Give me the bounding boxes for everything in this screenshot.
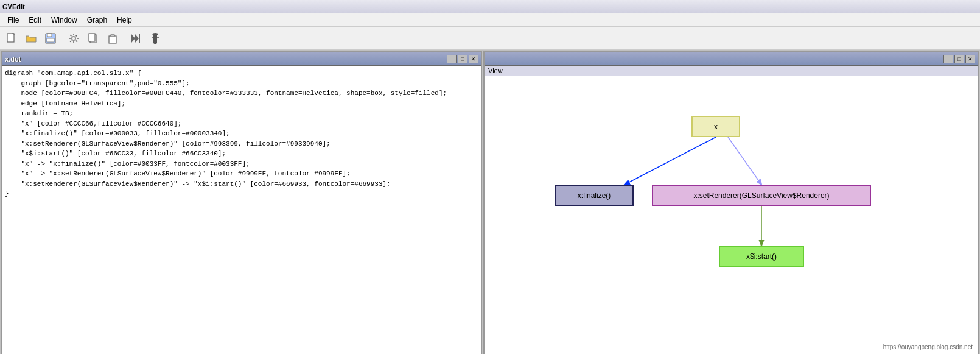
svg-rect-4 (47, 38, 54, 42)
svg-line-16 (728, 137, 761, 185)
left-panel: x.dot _ □ ✕ digraph "com.amap.api.col.sl… (1, 51, 482, 354)
settings-button[interactable] (65, 30, 83, 47)
menu-window[interactable]: Window (46, 15, 82, 26)
node-x: x (691, 116, 740, 137)
svg-rect-9 (111, 34, 114, 37)
graph-canvas: x x:finalize() x:setRenderer(GLSurfaceVi… (485, 76, 978, 354)
svg-rect-0 (7, 34, 14, 42)
svg-rect-3 (47, 34, 52, 37)
left-panel-titlebar: x.dot _ □ ✕ (2, 52, 481, 66)
watermark: https://ouyangpeng.blog.csdn.net (883, 344, 973, 350)
svg-line-15 (625, 137, 716, 185)
node-finalize: x:finalize() (555, 185, 634, 206)
r-close-button[interactable]: ✕ (965, 55, 975, 63)
save-button[interactable] (41, 30, 60, 47)
maximize-button[interactable]: □ (458, 55, 467, 63)
r-minimize-button[interactable]: _ (943, 55, 953, 63)
graph-view-label: View (485, 66, 978, 76)
menu-file[interactable]: File (2, 15, 24, 26)
r-maximize-button[interactable]: □ (954, 55, 964, 63)
svg-rect-8 (109, 36, 116, 43)
node-setrenderer: x:setRenderer(GLSurfaceView$Renderer) (652, 185, 871, 206)
left-panel-controls: _ □ ✕ (447, 55, 478, 63)
toolbar (0, 27, 980, 50)
new-button[interactable] (2, 30, 21, 47)
right-panel-titlebar: _ □ ✕ (485, 52, 978, 66)
right-panel: _ □ ✕ View (483, 51, 979, 354)
svg-point-5 (72, 37, 75, 40)
app-titlebar: GVEdit (0, 0, 980, 13)
node-finalize-label: x:finalize() (578, 191, 611, 200)
menu-edit[interactable]: Edit (24, 15, 46, 26)
app-title: GVEdit (2, 3, 25, 10)
node-x-label: x (714, 122, 718, 131)
node-start-label: x$i:start() (746, 252, 777, 261)
menu-graph[interactable]: Graph (82, 15, 112, 26)
node-start: x$i:start() (719, 246, 804, 267)
svg-rect-7 (89, 34, 95, 41)
main-content: x.dot _ □ ✕ digraph "com.amap.api.col.sl… (0, 50, 980, 354)
left-panel-title: x.dot (5, 55, 21, 63)
copy-button[interactable] (84, 30, 102, 47)
open-button[interactable] (22, 30, 40, 47)
node-setrenderer-label: x:setRenderer(GLSurfaceView$Renderer) (693, 191, 829, 200)
menu-help[interactable]: Help (112, 15, 137, 26)
debug-button[interactable] (146, 30, 164, 47)
close-button[interactable]: ✕ (469, 55, 478, 63)
menubar: File Edit Window Graph Help (0, 13, 980, 27)
right-panel-controls: _ □ ✕ (943, 55, 975, 63)
paste-button[interactable] (103, 30, 122, 47)
run-button[interactable] (127, 30, 145, 47)
minimize-button[interactable]: _ (447, 55, 457, 63)
code-editor[interactable]: digraph "com.amap.api.col.sl3.x" { graph… (2, 66, 481, 354)
